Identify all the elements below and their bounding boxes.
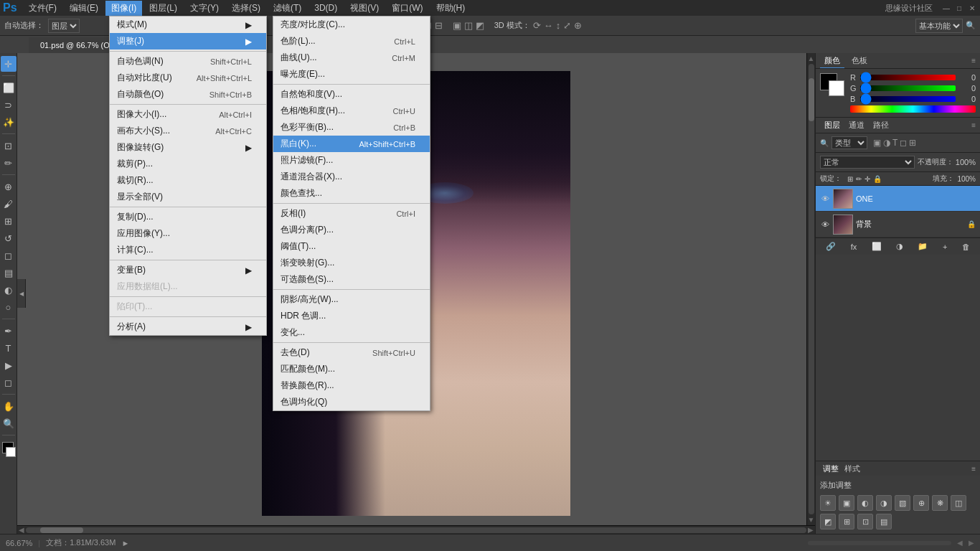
adj-posterize[interactable]: 色调分离(P)... xyxy=(273,222,430,238)
status-arrow[interactable]: ► xyxy=(121,539,129,547)
adj-tab[interactable]: 调整 xyxy=(820,463,842,474)
tool-eraser[interactable]: ◻ xyxy=(1,248,17,263)
scroll-right-btn[interactable]: ▶ xyxy=(808,526,814,534)
toolbar-icon-5[interactable]: ◫ xyxy=(464,20,473,31)
tool-zoom[interactable]: 🔍 xyxy=(1,415,17,431)
menu-layer[interactable]: 图层(L) xyxy=(143,1,183,16)
menu-mode[interactable]: 模式(M) ▶ xyxy=(110,17,266,33)
minimize-button[interactable]: — xyxy=(941,3,951,13)
adj-hsl[interactable]: 色相/饱和度(H)... Ctrl+U xyxy=(273,103,430,119)
filter-pixel-icon[interactable]: ▣ xyxy=(873,138,881,148)
tool-spot-heal[interactable]: ⊕ xyxy=(1,179,17,194)
nav-arrow-right[interactable]: ▶ xyxy=(969,539,974,547)
adj-threshold[interactable]: 阈值(T)... xyxy=(273,238,430,255)
tool-lasso[interactable]: ⊃ xyxy=(1,97,17,113)
scroll-left-btn[interactable]: ◀ xyxy=(19,526,24,534)
lock-paint-icon[interactable]: ✏ xyxy=(856,175,862,183)
adj-channelmixer[interactable]: 通道混合器(X)... xyxy=(273,169,430,185)
menu-crop[interactable]: 裁剪(P)... xyxy=(110,156,266,172)
adj-exposure[interactable]: 曝光度(E)... xyxy=(273,66,430,83)
tool-history-brush[interactable]: ↺ xyxy=(1,230,17,246)
toolbar-icon-4[interactable]: ▣ xyxy=(453,20,461,31)
channels-tab[interactable]: 通道 xyxy=(844,118,869,132)
adj-gradientmap[interactable]: 渐变映射(G)... xyxy=(273,255,430,271)
adj-colorlookup[interactable]: ⊡ xyxy=(857,514,873,529)
tool-marquee[interactable]: ⬜ xyxy=(1,80,17,95)
fg-bg-swatches[interactable] xyxy=(820,73,846,99)
adj-replacecolor[interactable]: 替换颜色(R)... xyxy=(273,377,430,394)
3d-icon-5[interactable]: ⊕ xyxy=(574,20,582,31)
adj-vibrance[interactable]: 自然饱和度(V)... xyxy=(273,86,430,103)
adj-exposure[interactable]: ◑ xyxy=(876,495,892,511)
adj-bw[interactable]: ◫ xyxy=(951,495,966,511)
adj-desaturate[interactable]: 去色(D) Shift+Ctrl+U xyxy=(273,344,430,361)
background-swatch[interactable] xyxy=(829,80,844,96)
menu-3d[interactable]: 3D(D) xyxy=(308,1,343,14)
adj-colorbalance[interactable]: ❋ xyxy=(932,495,948,511)
3d-icon-4[interactable]: ⤢ xyxy=(563,20,571,31)
toolbar-icon-3[interactable]: ⊟ xyxy=(435,20,443,31)
swatches-tab[interactable]: 色板 xyxy=(847,54,872,67)
adj-photofilter[interactable]: ◩ xyxy=(820,514,836,529)
filter-smart-icon[interactable]: ⊞ xyxy=(909,138,916,148)
tool-path-select[interactable]: ▶ xyxy=(1,357,17,373)
menu-auto-color[interactable]: 自动颜色(O) Shift+Ctrl+B xyxy=(110,86,266,103)
menu-select[interactable]: 选择(S) xyxy=(226,1,266,16)
menu-auto-contrast[interactable]: 自动对比度(U) Alt+Shift+Ctrl+L xyxy=(110,70,266,86)
auto-select-dropdown[interactable]: 图层 组 xyxy=(48,19,80,33)
layer-new-btn[interactable]: + xyxy=(940,241,950,253)
h-scroll-track[interactable] xyxy=(26,527,806,533)
blue-slider[interactable] xyxy=(860,96,956,102)
v-scroll-track[interactable] xyxy=(809,64,814,514)
filter-shape-icon[interactable]: ◻ xyxy=(900,138,907,148)
fill-value[interactable]: 100% xyxy=(957,175,976,183)
background-color[interactable] xyxy=(6,447,16,457)
maximize-button[interactable]: □ xyxy=(954,3,964,13)
adj-curves[interactable]: ◐ xyxy=(857,495,873,511)
adj-colorbalance[interactable]: 色彩平衡(B)... Ctrl+B xyxy=(273,119,430,136)
adj-hsl[interactable]: ⊕ xyxy=(913,495,929,511)
blend-mode-dropdown[interactable]: 正常 xyxy=(820,156,915,169)
adj-levels[interactable]: 色阶(L)... Ctrl+L xyxy=(273,33,430,50)
v-scrollbar[interactable]: ▲ ▼ xyxy=(806,53,815,525)
filter-text-icon[interactable]: T xyxy=(892,138,897,148)
tool-gradient[interactable]: ▤ xyxy=(1,265,17,281)
adj-levels[interactable]: ▣ xyxy=(839,495,854,511)
filter-adjust-icon[interactable]: ◑ xyxy=(883,138,890,148)
menu-adjust[interactable]: 调整(J) ▶ xyxy=(110,33,266,50)
layer-eye-bg[interactable]: 👁 xyxy=(820,220,830,230)
layer-adj-btn[interactable]: ◑ xyxy=(893,240,906,253)
tool-hand[interactable]: ✋ xyxy=(1,398,17,414)
close-button[interactable]: ✕ xyxy=(967,3,977,13)
layers-tab[interactable]: 图层 xyxy=(820,118,844,132)
nav-arrow-left[interactable]: ◀ xyxy=(957,539,963,547)
layer-group-btn[interactable]: 📁 xyxy=(915,240,930,253)
adj-vibrance[interactable]: ▧ xyxy=(895,495,910,511)
menu-view[interactable]: 视图(V) xyxy=(344,1,385,16)
adj-channelmixer[interactable]: ⊞ xyxy=(839,514,854,529)
3d-icon-1[interactable]: ⟳ xyxy=(533,20,541,31)
color-selector[interactable] xyxy=(1,441,17,459)
tool-brush[interactable]: 🖌 xyxy=(1,196,17,212)
adj-invert[interactable]: ▤ xyxy=(876,514,892,529)
menu-apply-image[interactable]: 应用图像(Y)... xyxy=(110,225,266,242)
layer-eye-one[interactable]: 👁 xyxy=(820,194,830,204)
scroll-down-btn[interactable]: ▼ xyxy=(808,516,815,524)
adj-bw[interactable]: 黑白(K)... Alt+Shift+Ctrl+B xyxy=(273,136,430,152)
lock-transparent-icon[interactable]: ⊞ xyxy=(847,175,853,183)
menu-calculations[interactable]: 计算(C)... xyxy=(110,242,266,258)
menu-trim[interactable]: 裁切(R)... xyxy=(110,172,266,189)
left-panel-toggle[interactable]: ◀ xyxy=(17,279,26,308)
layers-panel-menu[interactable]: ≡ xyxy=(971,121,976,129)
adj-shadowhighlight[interactable]: 阴影/高光(W)... xyxy=(273,291,430,308)
menu-edit[interactable]: 编辑(E) xyxy=(64,1,104,16)
menu-canvas-size[interactable]: 画布大小(S)... Alt+Ctrl+C xyxy=(110,123,266,139)
menu-duplicate[interactable]: 复制(D)... xyxy=(110,209,266,225)
lock-move-icon[interactable]: ✛ xyxy=(864,175,870,183)
menu-image-size[interactable]: 图像大小(I)... Alt+Ctrl+I xyxy=(110,106,266,123)
menu-variables[interactable]: 变量(B) ▶ xyxy=(110,262,266,278)
tool-type[interactable]: T xyxy=(1,340,17,356)
layer-mask-btn[interactable]: ⬜ xyxy=(869,240,885,253)
opacity-value[interactable]: 100% xyxy=(956,158,976,166)
adj-panel-menu[interactable]: ≡ xyxy=(971,465,976,473)
